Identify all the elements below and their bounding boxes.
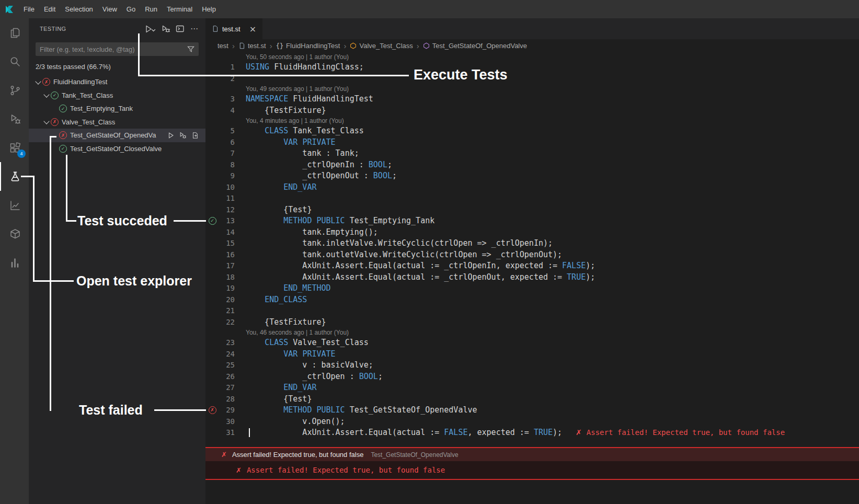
code-area[interactable]: You, 50 seconds ago | 1 author (You)1USI… <box>205 52 859 439</box>
namespace-icon: {} <box>276 42 283 50</box>
package-icon[interactable] <box>0 220 29 248</box>
code-line[interactable]: 23 CLASS Valve_Test_Class <box>205 337 859 349</box>
test-summary: 2/3 tests passed (66.7%) <box>36 63 199 71</box>
test-item-test_getstateof_openedva[interactable]: ✗Test_GetStateOf_OpenedVa <box>29 129 205 142</box>
test-item-actions <box>165 132 205 139</box>
code-line[interactable]: 18 AxUnit.Assert.Equal(actual := _ctrlOp… <box>205 272 859 283</box>
menu-terminal[interactable]: Terminal <box>162 0 197 18</box>
code-line[interactable]: ✓13 METHOD PUBLIC Test_Emptying_Tank <box>205 215 859 227</box>
filter-funnel-icon[interactable] <box>187 45 194 55</box>
code-line[interactable]: 16 tank.outletValve.WriteCyclic(ctrlOpen… <box>205 249 859 261</box>
codelens-blame[interactable]: You, 49 seconds ago | 1 author (You) <box>205 84 859 94</box>
debug-tests-button[interactable] <box>162 25 170 33</box>
code-line[interactable]: 19 END_METHOD <box>205 283 859 294</box>
testing-flask-icon[interactable] <box>0 162 29 191</box>
code-line[interactable]: 26 _ctrlOpen : BOOL; <box>205 371 859 383</box>
line-number: 16 <box>219 249 235 261</box>
peek-context: Test_GetStateOf_OpenedValve <box>371 451 458 459</box>
codelens-blame[interactable]: You, 50 seconds ago | 1 author (You) <box>205 52 859 62</box>
search-icon[interactable] <box>0 47 29 76</box>
more-actions-button[interactable]: ⋯ <box>190 24 198 33</box>
breadcrumb-item[interactable]: test.st <box>238 42 266 50</box>
code-line[interactable]: 6 VAR PRIVATE <box>205 137 859 148</box>
code-line[interactable]: 22 {TestFixture} <box>205 317 859 328</box>
source-control-icon[interactable] <box>0 76 29 105</box>
menu-go[interactable]: Go <box>122 0 140 18</box>
bar-chart-icon[interactable] <box>0 248 29 277</box>
run-tests-button[interactable] <box>145 25 156 33</box>
code-line[interactable]: 9 _ctrlOpenOut : BOOL; <box>205 170 859 182</box>
code-line[interactable]: 8 _ctrlOpenIn : BOOL; <box>205 159 859 171</box>
menu-edit[interactable]: Edit <box>39 0 60 18</box>
test-item-tank_test_class[interactable]: ✓Tank_Test_Class <box>29 89 205 102</box>
class-icon <box>350 42 357 49</box>
test-item-valve_test_class[interactable]: ✗Valve_Test_Class <box>29 116 205 129</box>
menu-file[interactable]: File <box>19 0 39 18</box>
test-filter-input[interactable] <box>36 42 199 56</box>
codelens-blame[interactable]: You, 46 seconds ago | 1 author (You) <box>205 328 859 337</box>
run-debug-icon[interactable] <box>0 105 29 133</box>
breadcrumb-separator-icon: › <box>270 41 272 50</box>
gutter-test-passed-icon[interactable]: ✓ <box>205 217 219 225</box>
menu-selection[interactable]: Selection <box>60 0 97 18</box>
code-line[interactable]: 14 tank.Emptying(); <box>205 227 859 238</box>
run-test-icon[interactable] <box>167 132 175 139</box>
breadcrumb-item[interactable]: Valve_Test_Class <box>350 42 413 50</box>
error-icon: ✗ <box>221 451 227 459</box>
extensions-icon[interactable]: 4 <box>0 133 29 162</box>
code-line[interactable]: 20 END_CLASS <box>205 294 859 306</box>
breadcrumb-separator-icon: › <box>232 41 235 50</box>
code-line[interactable]: 25 v : basicValve; <box>205 360 859 371</box>
code-line[interactable]: 10 END_VAR <box>205 182 859 193</box>
chevron-down-icon[interactable] <box>42 91 51 99</box>
breadcrumb-item[interactable]: Test_GetStateOf_OpenedValve <box>423 42 527 50</box>
open-test-output-button[interactable] <box>176 25 185 33</box>
code-text: VAR PRIVATE <box>235 349 336 360</box>
code-line[interactable]: 27 END_VAR <box>205 382 859 394</box>
code-line[interactable]: 4 {TestFixture} <box>205 105 859 117</box>
code-line[interactable]: 1USING FluidHandlingClass; <box>205 62 859 73</box>
gutter-test-failed-icon[interactable]: ✗ <box>205 406 219 414</box>
codelens-blame[interactable]: You, 4 minutes ago | 1 author (You) <box>205 116 859 125</box>
code-line[interactable]: 31 AxUnit.Assert.Equal(actual := FALSE, … <box>205 427 859 439</box>
code-line[interactable]: 21 <box>205 305 859 317</box>
menu-help[interactable]: Help <box>197 0 221 18</box>
code-line[interactable]: 7 tank : Tank; <box>205 148 859 159</box>
menu-run[interactable]: Run <box>140 0 162 18</box>
test-failed-icon: ✗ <box>59 131 67 139</box>
code-line[interactable]: 15 tank.inletValve.WriteCyclic(ctrlOpen … <box>205 238 859 249</box>
breadcrumb-item[interactable]: test <box>217 42 228 50</box>
code-line[interactable]: 12 {Test} <box>205 204 859 216</box>
explorer-icon[interactable] <box>0 18 29 47</box>
breadcrumb-item[interactable]: {}FluidHandlingTest <box>276 42 340 50</box>
code-line[interactable]: 5 CLASS Tank_Test_Class <box>205 125 859 137</box>
code-line[interactable]: 2 <box>205 73 859 85</box>
code-line[interactable]: 3NAMESPACE FluidHandlingTest <box>205 94 859 105</box>
test-item-fluidhandlingtest[interactable]: ✗FluidHandlingTest <box>29 75 205 89</box>
line-number: 18 <box>219 272 235 283</box>
extensions-badge: 4 <box>17 150 26 158</box>
close-tab-icon[interactable]: × <box>249 24 256 34</box>
code-line[interactable]: 24 VAR PRIVATE <box>205 349 859 360</box>
code-line[interactable]: 28 {Test} <box>205 394 859 405</box>
code-text: USING FluidHandlingClass; <box>235 62 364 73</box>
test-tree: ✗FluidHandlingTest✓Tank_Test_Class✓Test_… <box>29 75 205 155</box>
code-line[interactable]: 17 AxUnit.Assert.Equal(actual := _ctrlOp… <box>205 260 859 272</box>
menu-view[interactable]: View <box>98 0 122 18</box>
tab-test-st[interactable]: test.st × <box>205 18 262 39</box>
line-chart-icon[interactable] <box>0 191 29 220</box>
peek-detail: Assert failed! Expected true, but found … <box>247 466 445 474</box>
chevron-down-icon[interactable] <box>34 78 42 86</box>
go-to-test-icon[interactable] <box>191 132 199 139</box>
code-line[interactable]: ✗29 METHOD PUBLIC Test_GetStateOf_Opened… <box>205 405 859 416</box>
code-line[interactable]: 11 <box>205 193 859 204</box>
code-text: _ctrlOpen : BOOL; <box>235 371 383 383</box>
test-item-test_emptying_tank[interactable]: ✓Test_Emptying_Tank <box>29 102 205 116</box>
chevron-down-icon[interactable] <box>42 118 51 126</box>
peek-error-row[interactable]: ✗ Assert failed! Expected true, but foun… <box>236 466 445 474</box>
test-item-test_getstateof_closedvalve[interactable]: ✓Test_GetStateOf_ClosedValve <box>29 142 205 156</box>
sidebar-title: TESTING <box>40 26 145 32</box>
debug-test-icon[interactable] <box>179 132 187 139</box>
peek-header[interactable]: ✗ Assert failed! Expected true, but foun… <box>205 448 859 461</box>
code-line[interactable]: 30 v.Open(); <box>205 416 859 428</box>
